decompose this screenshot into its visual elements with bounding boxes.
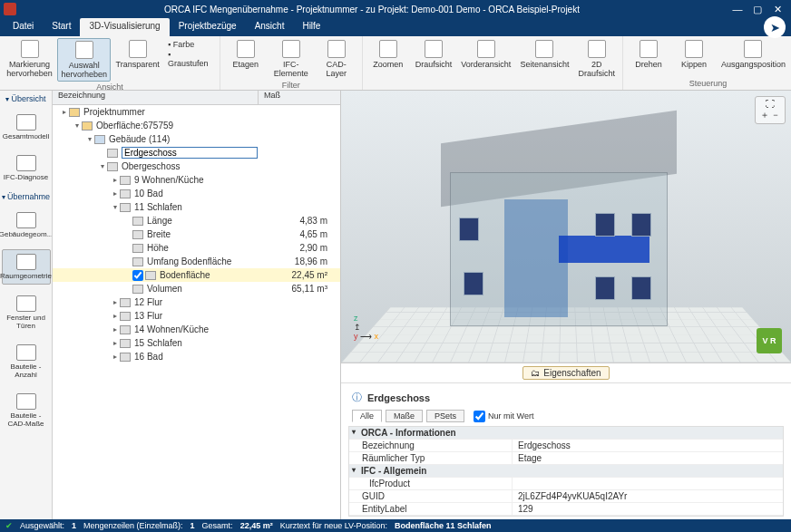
left-tool-bauteile-cad-ma-e[interactable]: Bauteile - CAD-Maße — [2, 390, 51, 431]
expand-icon[interactable]: ▾ — [73, 121, 82, 131]
prop-section[interactable]: IFC - Allgemein — [349, 465, 783, 478]
tree-label[interactable] — [122, 147, 273, 159]
ribbon-kippen[interactable]: Kippen — [672, 38, 716, 78]
prop-tab-maße[interactable]: Maße — [386, 410, 423, 422]
expand-icon[interactable]: ▸ — [111, 353, 120, 362]
tree-row[interactable]: Länge4,83 m — [53, 214, 340, 227]
menu-tab-3d-visualisierung[interactable]: 3D-Visualisierung — [80, 18, 169, 36]
expand-icon[interactable]: ▸ — [111, 176, 120, 185]
left-tool-raumgeometrie[interactable]: Raumgeometrie — [2, 249, 51, 285]
tree-row[interactable]: ▸12 Flur — [53, 295, 340, 309]
prop-section[interactable]: ORCA - Informationen — [349, 427, 783, 440]
tree-checkbox[interactable] — [132, 270, 143, 281]
menu-tab-hilfe[interactable]: Hilfe — [293, 18, 329, 36]
maximize-button[interactable]: ▢ — [747, 4, 767, 15]
tree-label[interactable]: 15 Schlafen — [134, 338, 273, 348]
tree-label[interactable]: Länge — [147, 216, 273, 226]
ribbon-zoomen[interactable]: Zoomen — [366, 38, 410, 87]
tree-label[interactable]: Volumen — [147, 284, 273, 294]
menu-tab-datei[interactable]: Datei — [4, 18, 43, 36]
tree-label[interactable]: Obergeschoss — [122, 161, 273, 171]
tree-row[interactable]: ▸16 Bad — [53, 350, 340, 363]
prop-tab-alle[interactable]: Alle — [352, 410, 382, 422]
building-model[interactable] — [414, 127, 704, 335]
tree-label[interactable]: 10 Bad — [134, 189, 273, 198]
tree-row[interactable]: ▾Obergeschoss — [53, 160, 340, 173]
ribbon-ifc-elemente[interactable]: IFC-Elemente — [269, 38, 313, 80]
ribbon-transparent[interactable]: Transparent — [112, 38, 162, 82]
left-tool-gesamtmodell[interactable]: Gesamtmodell — [2, 111, 51, 144]
share-icon[interactable]: ➤ — [764, 16, 786, 38]
left-head-übernahme[interactable]: Übernahme — [2, 192, 50, 201]
ribbon-seitenansicht[interactable]: Seitenansicht — [516, 38, 572, 87]
only-with-value-check[interactable]: Nur mit Wert — [474, 411, 533, 422]
tree-label[interactable]: 16 Bad — [134, 352, 273, 362]
tree-row[interactable]: ▸15 Schlafen — [53, 336, 340, 350]
tree-label[interactable]: 14 Wohnen/Küche — [134, 324, 273, 334]
tree-label[interactable]: Umfang Bodenfläche — [147, 256, 273, 266]
tree-label[interactable]: Gebäude (114) — [109, 134, 273, 144]
expand-icon[interactable]: ▾ — [111, 203, 120, 212]
tree-label[interactable]: 13 Flur — [134, 311, 273, 321]
prop-tab-psets[interactable]: PSets — [426, 410, 464, 422]
expand-icon[interactable]: ▸ — [111, 325, 120, 334]
expand-icon[interactable]: ▸ — [111, 189, 120, 198]
tree-row[interactable]: ▸13 Flur — [53, 309, 340, 323]
tree-row[interactable]: Umfang Bodenfläche18,96 m — [53, 255, 340, 268]
ribbon-auswahl[interactable]: Auswahlhervorheben — [57, 38, 111, 82]
tree-row[interactable]: Breite4,65 m — [53, 227, 340, 241]
tree[interactable]: ▸Projektnummer▾Oberfläche:675759▾Gebäude… — [53, 105, 340, 519]
highlighted-floor[interactable] — [559, 236, 649, 263]
expand-icon[interactable]: ▾ — [85, 135, 94, 144]
ribbon-ausgangsposition[interactable]: Ausgangsposition — [718, 38, 789, 78]
expand-icon[interactable]: ▸ — [60, 108, 69, 117]
ribbon-cad-layer[interactable]: CAD-Layer — [315, 38, 358, 80]
expand-icon[interactable]: ▸ — [111, 339, 120, 348]
expand-icon[interactable]: ▾ — [98, 162, 107, 171]
view-cube[interactable]: V R — [757, 328, 782, 353]
menu-tab-ansicht[interactable]: Ansicht — [246, 18, 294, 36]
3d-viewport[interactable]: z↥y ⟶ x ⛶＋ － V R — [341, 91, 791, 363]
left-tool-ifc-diagnose[interactable]: IFC-Diagnose — [2, 151, 51, 185]
ribbon-vorderansicht[interactable]: Vorderansicht — [457, 38, 514, 87]
left-tool-fenster-und-t-ren[interactable]: Fenster und Türen — [2, 292, 51, 334]
tree-edit-input[interactable] — [122, 147, 258, 159]
ribbon-graustufen[interactable]: ▪ Graustufen — [168, 50, 212, 68]
tree-row[interactable]: ▾Gebäude (114) — [53, 132, 340, 146]
menu-tab-start[interactable]: Start — [43, 18, 80, 36]
properties-button[interactable]: 🗂 Eigenschaften — [522, 366, 609, 380]
tree-col-name[interactable]: Bezeichnung — [53, 91, 259, 104]
menu-tab-projektbezüge[interactable]: Projektbezüge — [170, 18, 246, 36]
ribbon-drehen[interactable]: Drehen — [627, 38, 670, 78]
close-button[interactable]: ✕ — [767, 4, 787, 15]
tree-row[interactable]: ▾11 Schlafen — [53, 200, 340, 214]
tree-row[interactable]: Volumen65,11 m³ — [53, 282, 340, 295]
tree-label[interactable]: 11 Schlafen — [134, 202, 273, 212]
tree-label[interactable]: 12 Flur — [134, 297, 273, 307]
tree-row[interactable]: ▸10 Bad — [53, 187, 340, 200]
ribbon-draufsicht[interactable]: Draufsicht — [412, 38, 456, 87]
minimize-button[interactable]: — — [728, 4, 747, 15]
view-controls[interactable]: ⛶＋ － — [755, 96, 786, 124]
tree-row[interactable] — [53, 146, 340, 160]
left-tool-geb-udegeom-[interactable]: Gebäudegeom... — [2, 208, 51, 242]
tree-label[interactable]: 9 Wohnen/Küche — [134, 175, 273, 185]
tree-row[interactable]: Höhe2,90 m — [53, 241, 340, 255]
tree-row[interactable]: ▸14 Wohnen/Küche — [53, 323, 340, 336]
tree-label[interactable]: Projektnummer — [83, 107, 273, 117]
tree-row[interactable]: ▸Projektnummer — [53, 105, 340, 119]
tree-label[interactable]: Höhe — [147, 243, 273, 253]
expand-icon[interactable]: ▸ — [111, 298, 120, 307]
ribbon-farbe[interactable]: ▪ Farbe — [168, 40, 212, 49]
tree-row[interactable]: ▾Oberfläche:675759 — [53, 119, 340, 132]
tree-col-value[interactable]: Maß — [259, 91, 340, 104]
left-head-übersicht[interactable]: Übersicht — [5, 94, 45, 103]
tree-row[interactable]: Bodenfläche22,45 m² — [53, 268, 340, 282]
tree-label[interactable]: Oberfläche:675759 — [96, 121, 273, 131]
expand-icon[interactable]: ▸ — [111, 312, 120, 321]
left-tool-bauteile-anzahl[interactable]: Bauteile - Anzahl — [2, 341, 51, 382]
tree-row[interactable]: ▸9 Wohnen/Küche — [53, 173, 340, 187]
tree-label[interactable]: Bodenfläche — [160, 270, 273, 280]
ribbon-etagen[interactable]: Etagen — [224, 38, 268, 80]
tree-label[interactable]: Breite — [147, 229, 273, 239]
